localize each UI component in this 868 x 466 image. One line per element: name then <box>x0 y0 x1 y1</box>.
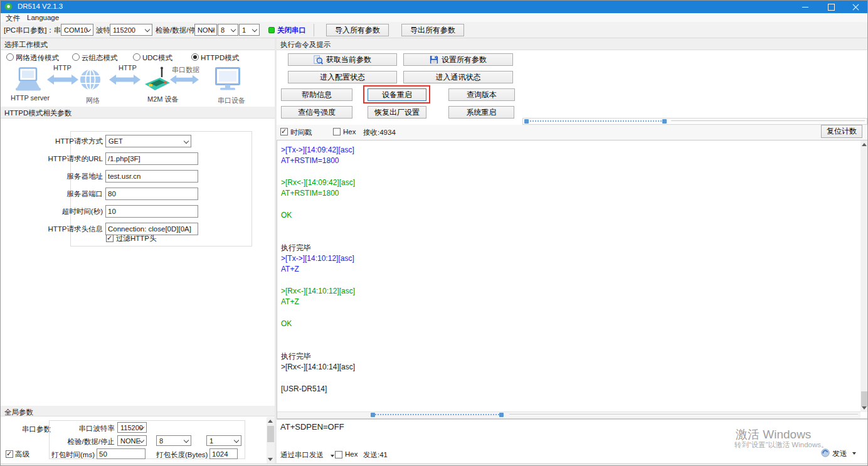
set-params-label: 设置所有参数 <box>442 55 487 65</box>
tx-hex-label: Hex <box>345 450 357 458</box>
factory-reset-button[interactable]: 恢复出厂设置 <box>368 106 426 119</box>
slider-thumb[interactable] <box>662 119 667 124</box>
enter-config-button[interactable]: 进入配置状态 <box>288 71 397 83</box>
link-label-http-2: HTTP <box>119 64 137 71</box>
log-line <box>281 231 857 242</box>
baud-select[interactable]: 115200 <box>110 24 152 36</box>
gp-parity-label: 检验/数据/停止 <box>60 437 115 447</box>
slider-thumb[interactable] <box>499 413 504 417</box>
http-header-field[interactable] <box>105 223 198 235</box>
work-mode-header-label: 选择工作模式 <box>4 41 48 48</box>
tx-count-label: 发送:41 <box>363 450 388 460</box>
server-port-field[interactable] <box>105 188 198 200</box>
gp-databits-select[interactable]: 8 <box>156 435 191 446</box>
slider-thumb[interactable] <box>524 119 529 124</box>
send-area[interactable]: AT+SDPEN=OFF 激活 Windows 转到“设置”以激活 Window… <box>277 419 867 463</box>
export-params-button[interactable]: 导出所有参数 <box>401 24 464 36</box>
link-label-serial-data: 串口数据 <box>172 65 199 75</box>
radio-mode-httpd-label: HTTPD模式 <box>201 53 239 63</box>
status-dot-icon <box>268 27 275 33</box>
help-button[interactable]: 帮助信息 <box>281 88 352 101</box>
system-restart-button[interactable]: 系统重启 <box>448 106 514 119</box>
radio-mode-cloud[interactable] <box>72 53 80 61</box>
radio-mode-transparent[interactable] <box>6 53 14 61</box>
query-signal-button[interactable]: 查信号强度 <box>281 106 352 119</box>
global-params-header-label: 全局参数 <box>4 408 33 416</box>
window-title: DR514 V2.1.3 <box>18 3 63 10</box>
filter-http-checkbox[interactable] <box>106 235 114 242</box>
log-line: 执行完毕 <box>281 351 857 362</box>
http-method-select[interactable]: GET <box>105 135 191 147</box>
chevron-down-icon <box>184 438 189 443</box>
slider-track <box>373 414 502 415</box>
tx-hex-checkbox[interactable] <box>335 451 342 458</box>
query-version-button[interactable]: 查询版本 <box>448 88 515 101</box>
log-line: >[Rx<-][14:10:14][asc] <box>281 362 857 373</box>
scroll-up-icon[interactable] <box>268 420 273 423</box>
enter-comm-button[interactable]: 进入通讯状态 <box>403 71 513 83</box>
log-line <box>281 340 857 351</box>
databits-select[interactable]: 8 <box>218 24 238 36</box>
log-h-scrollbar[interactable] <box>277 411 860 418</box>
stopbits-select[interactable]: 1 <box>239 24 260 36</box>
pack-len-label: 打包长度(Bytes) <box>156 450 208 460</box>
gp-parity-select[interactable]: NONE <box>117 435 147 446</box>
server-address-field[interactable] <box>105 170 198 183</box>
send-button[interactable]: 发送 <box>821 448 862 460</box>
slider-groove <box>671 120 865 122</box>
node-label-network: 网络 <box>86 96 100 105</box>
http-method-label: HTTP请求方式 <box>35 137 103 146</box>
menu-language[interactable]: Language <box>27 14 59 21</box>
chevron-down-icon <box>234 438 239 443</box>
server-address-label: 服务器地址 <box>35 172 103 181</box>
scroll-down-icon[interactable] <box>862 406 867 410</box>
get-params-button[interactable]: 获取当前参数 <box>288 53 397 66</box>
log-line <box>281 329 857 340</box>
parity-select[interactable]: NONI <box>194 24 217 36</box>
radio-mode-udc-label: UDC模式 <box>142 53 172 63</box>
reset-count-button[interactable]: 复位计数 <box>821 125 862 138</box>
log-v-scrollbar[interactable] <box>860 140 868 412</box>
laptop-icon <box>14 67 42 92</box>
titlebar: DR514 V2.1.3 <box>1 1 867 13</box>
send-via-dropdown[interactable]: 通过串口发送 <box>280 450 334 460</box>
get-params-label: 获取当前参数 <box>326 55 371 65</box>
serial-group-label: 串口参数 <box>22 425 51 434</box>
com-port-select[interactable]: COM10 <box>61 24 93 36</box>
timestamp-checkbox[interactable] <box>280 128 288 135</box>
log-line: [USR-DR514] <box>281 384 857 395</box>
scroll-up-icon[interactable] <box>862 143 867 146</box>
app-window: DR514 V2.1.3 文件 Language [PC串口参数]：串口号 CO… <box>0 0 868 466</box>
advanced-checkbox[interactable] <box>6 450 13 458</box>
left-panel-scrollbar[interactable] <box>267 417 275 463</box>
receive-controls: 时间戳 Hex 接收:4934 复位计数 <box>277 125 867 140</box>
close-button[interactable] <box>844 1 867 13</box>
receive-log[interactable]: >[Tx->][14:09:42][asc] AT+RSTIM=1800 >[R… <box>277 140 868 419</box>
gp-baud-select[interactable]: 115200 <box>117 422 147 433</box>
pack-time-field[interactable] <box>97 448 146 459</box>
radio-mode-httpd[interactable] <box>191 53 199 61</box>
import-params-button[interactable]: 导入所有参数 <box>326 24 389 36</box>
http-url-field[interactable] <box>105 152 198 165</box>
log-line: >[Rx<-][14:09:42][asc] <box>281 177 857 188</box>
slider-groove <box>509 414 858 415</box>
scrollbar-thumb[interactable] <box>861 391 867 406</box>
send-text: AT+SDPEN=OFF <box>280 422 344 432</box>
menubar: 文件 Language <box>1 13 867 22</box>
scrollbar-thumb[interactable] <box>267 426 274 442</box>
scroll-down-icon[interactable] <box>268 458 273 461</box>
chevron-down-icon <box>184 139 189 144</box>
chevron-down-icon <box>231 27 236 32</box>
gp-stopbits-select[interactable]: 1 <box>206 435 241 446</box>
slider-thumb[interactable] <box>371 413 375 417</box>
pack-len-field[interactable] <box>209 448 238 459</box>
radio-mode-udc[interactable] <box>133 53 140 61</box>
gp-baud-label: 串口波特率 <box>63 424 115 433</box>
close-serial-button[interactable]: 关闭串口 <box>277 26 306 35</box>
top-h-slider[interactable] <box>522 118 867 125</box>
minimize-button[interactable] <box>792 1 818 13</box>
set-params-button[interactable]: 设置所有参数 <box>403 53 513 66</box>
timeout-field[interactable] <box>105 205 198 218</box>
maximize-button[interactable] <box>818 1 844 13</box>
rx-hex-checkbox[interactable] <box>333 128 341 135</box>
